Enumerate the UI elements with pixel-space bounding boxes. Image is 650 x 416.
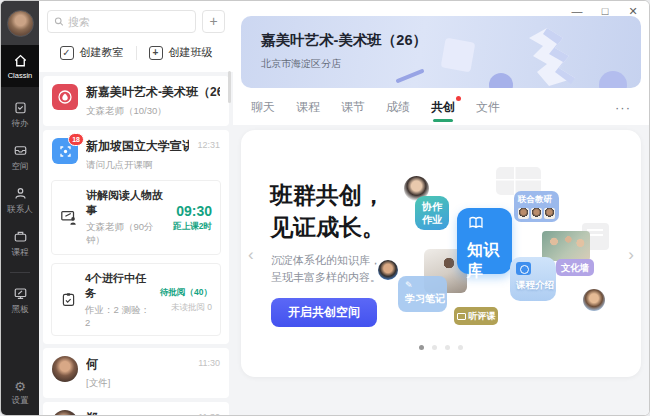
sidebar-item-label: 空间 xyxy=(12,161,29,173)
gear-icon: ⚙ xyxy=(14,380,26,393)
sidebar-item-settings[interactable]: ⚙ 设置 xyxy=(1,380,39,407)
banner-shape-pencil xyxy=(395,69,424,84)
create-class-label: 创建班级 xyxy=(169,45,213,60)
create-classroom-button[interactable]: ✓ 创建教室 xyxy=(60,45,124,60)
carousel-dot[interactable] xyxy=(419,345,424,350)
chat-list-item[interactable]: 何 [文件] 11:30 xyxy=(43,348,229,398)
create-classroom-label: 创建教室 xyxy=(80,45,124,60)
chat-list-item[interactable]: 郑 在吗? 11:30 xyxy=(43,402,229,415)
tab-files[interactable]: 文件 xyxy=(476,99,500,116)
settings-label: 设置 xyxy=(12,395,29,407)
event-header[interactable]: 18 新加坡国立大学宣讲会 请问几点开课啊 12:31 xyxy=(43,130,229,180)
tasks-pending: 待批阅（40） xyxy=(160,287,212,299)
class-logo-icon xyxy=(52,84,78,110)
tab-courses[interactable]: 课程 xyxy=(296,99,320,116)
camera-icon xyxy=(516,262,531,275)
chat-name: 郑 xyxy=(86,410,190,415)
create-row: ✓ 创建教室 + 创建班级 xyxy=(47,33,225,64)
minimize-button[interactable]: — xyxy=(571,5,583,18)
sidebar-item-label: 待办 xyxy=(12,118,29,130)
sidebar-divider xyxy=(10,272,30,273)
collab-line1: 协作 xyxy=(422,200,442,213)
person-photo xyxy=(583,289,605,311)
tab-chat[interactable]: 聊天 xyxy=(251,99,275,116)
sidebar-item-label: 黑板 xyxy=(12,304,29,316)
app-window: Classin 待办 空间 联系人 课程 黑板 ⚙ 设置 xyxy=(0,0,650,416)
sidebar-item-label: 课程 xyxy=(12,247,29,259)
sidebar-item-home[interactable]: Classin xyxy=(1,45,39,87)
tasks-card[interactable]: 4个进行中任务 作业：2 测验：2 待批阅（40） 未读批阅 0 xyxy=(51,263,221,336)
search-icon xyxy=(54,16,64,27)
event-time: 12:31 xyxy=(197,140,220,172)
carousel-dot[interactable] xyxy=(445,345,450,350)
sidebar-item-courses[interactable]: 课程 xyxy=(12,229,29,259)
joint-label: 联合教研 xyxy=(518,194,552,204)
class-banner-subtitle: 北京市海淀区分店 xyxy=(261,57,341,71)
close-button[interactable]: ✕ xyxy=(627,5,639,18)
tab-bar: 聊天 课程 课节 成绩 共创 文件 ··· xyxy=(233,95,649,119)
search-input[interactable] xyxy=(68,16,189,28)
chat-time: 11:30 xyxy=(198,412,220,415)
vertical-divider xyxy=(136,46,137,60)
carousel-prev-arrow[interactable]: ‹ xyxy=(248,245,254,265)
sidebar-item-label: 联系人 xyxy=(7,204,33,216)
carousel-dot[interactable] xyxy=(458,345,463,350)
event-message: 请问几点开课啊 xyxy=(86,159,189,172)
tab-lessons[interactable]: 课节 xyxy=(341,99,365,116)
courses-icon xyxy=(13,229,28,244)
chat-panel: + ✓ 创建教室 + 创建班级 新嘉美叶艺术-美术班（ xyxy=(39,1,233,415)
class-list-item[interactable]: 新嘉美叶艺术-美术班（26） 文森老师（10/30） xyxy=(43,76,229,126)
banner-shape-sphere xyxy=(599,71,627,88)
tab-grades[interactable]: 成绩 xyxy=(386,99,410,116)
tasks-clipboard-icon xyxy=(60,291,77,308)
sidebar-item-space[interactable]: 空间 xyxy=(12,143,29,173)
todo-icon xyxy=(13,100,28,115)
class-subtitle: 文森老师（10/30） xyxy=(86,105,220,118)
lesson-card[interactable]: 讲解阅读人物故事 文森老师（90分钟） 09:30 距上课2时 xyxy=(51,180,221,255)
joint-research-tag: 联合教研 xyxy=(514,191,559,222)
event-logo-icon: 18 xyxy=(52,138,78,164)
collab-homework-tag: 协作 作业 xyxy=(415,196,449,230)
teacher-icon xyxy=(60,209,78,227)
sidebar-item-contacts[interactable]: 联系人 xyxy=(7,186,33,216)
create-class-button[interactable]: + 创建班级 xyxy=(149,45,213,60)
lesson-subtitle: 文森老师（90分钟） xyxy=(86,221,165,247)
event-card: 18 新加坡国立大学宣讲会 请问几点开课啊 12:31 讲解阅读人物故事 文森老… xyxy=(43,130,229,344)
classroom-check-icon: ✓ xyxy=(60,46,74,60)
sidebar-item-blackboard[interactable]: 黑板 xyxy=(12,286,29,316)
sidebar-item-todo[interactable]: 待办 xyxy=(12,100,29,130)
contacts-icon xyxy=(13,186,28,201)
collab-line2: 作业 xyxy=(422,213,442,226)
tab-cocreate[interactable]: 共创 xyxy=(431,99,455,116)
tasks-unread: 未读批阅 0 xyxy=(160,302,212,314)
more-button[interactable]: ··· xyxy=(615,100,631,115)
carousel-dots xyxy=(241,345,641,350)
class-plus-icon: + xyxy=(149,46,163,60)
nav-sidebar: Classin 待办 空间 联系人 课程 黑板 ⚙ 设置 xyxy=(1,1,39,415)
blackboard-icon xyxy=(13,286,28,301)
user-avatar[interactable] xyxy=(7,10,34,37)
tab-cocreate-label: 共创 xyxy=(431,100,455,114)
screen-icon xyxy=(457,313,466,320)
panel-top: + ✓ 创建教室 + 创建班级 xyxy=(39,1,233,72)
unread-badge: 18 xyxy=(68,133,84,146)
lesson-start-time: 09:30 xyxy=(173,203,212,219)
listen-review-label: 听评课 xyxy=(469,307,496,325)
maximize-button[interactable]: □ xyxy=(599,5,611,18)
carousel-dot[interactable] xyxy=(432,345,437,350)
book-icon xyxy=(467,216,485,230)
list-scrollbar[interactable] xyxy=(228,71,231,103)
event-title: 新加坡国立大学宣讲会 xyxy=(86,138,189,155)
carousel-next-arrow[interactable]: › xyxy=(628,245,634,265)
study-notes-card: ✎ 学习笔记 xyxy=(398,276,447,312)
window-controls: — □ ✕ xyxy=(571,5,639,18)
search-box[interactable] xyxy=(47,10,196,33)
lesson-title: 讲解阅读人物故事 xyxy=(86,188,165,218)
chat-name: 何 xyxy=(86,356,190,373)
lesson-countdown: 距上课2时 xyxy=(173,221,212,233)
tasks-title: 4个进行中任务 xyxy=(85,271,152,301)
add-button[interactable]: + xyxy=(202,10,225,33)
knowledge-base-label: 知识库 xyxy=(467,240,512,282)
course-intro-card: 课程介绍 xyxy=(510,257,556,301)
main-content: — □ ✕ 嘉美叶艺术-美术班（26） 北京市海淀区分店 聊天 课程 课节 成绩… xyxy=(233,1,649,415)
